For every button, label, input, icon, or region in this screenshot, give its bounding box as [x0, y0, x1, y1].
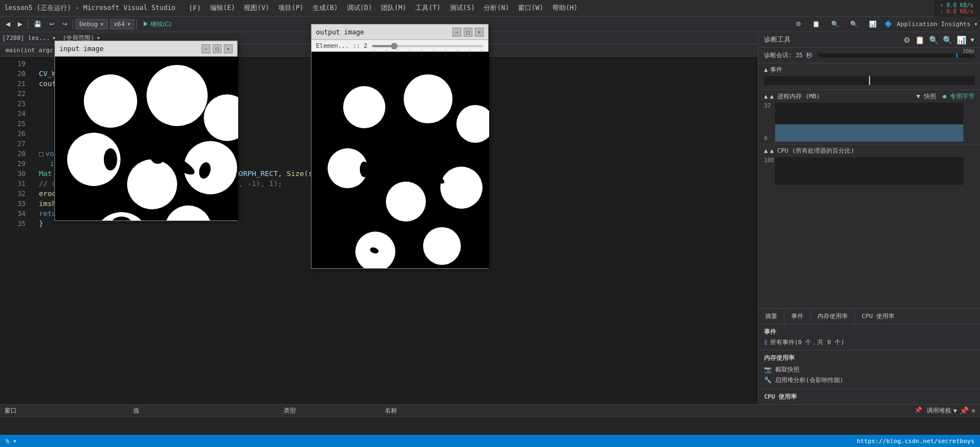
bottom-close2-btn[interactable]: ×	[971, 406, 976, 415]
input-close-btn[interactable]: ×	[224, 44, 233, 53]
diag-zoom-in-btn[interactable]: 🔍	[929, 36, 938, 44]
toolbar-chart[interactable]: 📊	[866, 19, 880, 29]
toolbar-zoom-out[interactable]: 🔍	[847, 19, 861, 29]
toolbar-icon2[interactable]: 📋	[809, 19, 823, 29]
diag-copy-btn[interactable]: 📋	[915, 36, 924, 44]
slider-ticks: | | | | | | | | | |	[372, 48, 484, 53]
forward-btn[interactable]: ▶	[14, 19, 26, 29]
diag-header-controls: ⚙ 📋 🔍 🔍 📊 ▾	[903, 36, 974, 44]
save-btn[interactable]: 💾	[31, 19, 45, 29]
cpu-chart	[775, 157, 963, 185]
input-minimize-btn[interactable]: —	[202, 44, 210, 53]
output-image-svg	[311, 52, 489, 268]
line-num-24: 24	[0, 109, 26, 119]
menu-file[interactable]: (F)	[184, 2, 205, 14]
snapshot-row: 📷 截取快照	[764, 364, 974, 375]
status-left[interactable]: % ▾	[6, 438, 17, 445]
status-right: https://blog.csdn.net/secretboys	[857, 438, 974, 445]
line-num-34: 34	[0, 209, 26, 219]
back-btn[interactable]: ◀	[2, 19, 13, 29]
menu-analyze[interactable]: 分析(N)	[479, 1, 514, 15]
input-maximize-btn[interactable]: □	[213, 44, 222, 53]
input-image-title: input image	[59, 45, 103, 53]
cpu-max-label: 100	[764, 157, 774, 163]
snapshot-btn[interactable]: ▼ 快照	[917, 92, 936, 101]
bottom-label4: 名称	[385, 406, 397, 415]
line-num-31: 31	[0, 179, 26, 189]
svg-point-1	[84, 74, 137, 128]
input-image-content	[55, 57, 238, 220]
menu-help[interactable]: 帮助(H)	[548, 1, 582, 15]
input-image-svg	[55, 57, 238, 220]
output-maximize-btn[interactable]: □	[464, 28, 473, 37]
input-image-window[interactable]: input image — □ ×	[54, 41, 238, 221]
output-image-window[interactable]: output image — □ × Elemen... :: 2 | | | …	[311, 24, 489, 269]
svg-point-16	[404, 74, 453, 123]
session-time: 35 秒	[796, 51, 813, 59]
diag-chart-btn[interactable]: 📊	[957, 36, 966, 44]
toolbar-icon1[interactable]: ⚙	[792, 19, 805, 29]
menu-build[interactable]: 生成(B)	[308, 1, 343, 15]
mem-max-label: 37	[764, 103, 771, 109]
continue-btn[interactable]: ▶ 继续(C)	[139, 19, 174, 29]
cpu-collapse-icon[interactable]: ▲	[764, 147, 768, 154]
line-num-33: 33	[0, 199, 26, 209]
toolbar-right: ⚙ 📋 🔍 🔍 📊 🔷 Application Insights ▾	[792, 19, 978, 29]
bottom-label2: 值	[133, 406, 139, 415]
diag-tab-cpu[interactable]: CPU 使用率	[855, 309, 902, 324]
thread-dropdown[interactable]: [7288] les...	[2, 34, 50, 42]
bottom-pin-btn[interactable]: 📌	[914, 406, 922, 415]
redo-btn[interactable]: ↪	[59, 19, 71, 29]
memory-section: ▲ ▲ 进程内存 (MB) ▼ 快照 ● 专用字节 37 0	[758, 89, 980, 144]
bottom-close-btn[interactable]: ▾	[953, 406, 957, 415]
events-title: 事件	[770, 66, 782, 74]
bottom-label1: 窗口	[4, 406, 17, 415]
memory-collapse-icon[interactable]: ▲	[764, 93, 768, 100]
private-bytes-btn[interactable]: ● 专用字节	[943, 92, 974, 101]
output-minimize-btn[interactable]: —	[453, 28, 461, 37]
menu-view[interactable]: 视图(V)	[239, 1, 274, 15]
debug-mode-dropdown[interactable]: Debug ▾	[76, 19, 108, 29]
output-close-btn[interactable]: ×	[475, 28, 484, 37]
undo-btn[interactable]: ↩	[46, 19, 58, 29]
bottom-pin2-btn[interactable]: 📌	[959, 406, 969, 415]
heap-icon: 🔧	[764, 376, 772, 384]
events-collapse-icon[interactable]: ▲	[764, 66, 768, 73]
menu-team[interactable]: 团队(M)	[376, 1, 411, 15]
diag-expand-btn[interactable]: ▾	[971, 36, 974, 44]
heap-btn-text[interactable]: 启用堆分析(会影响性能)	[775, 376, 843, 384]
line-num-35: 35	[0, 219, 26, 229]
snapshot-btn-text[interactable]: 截取快照	[775, 365, 800, 374]
menu-test[interactable]: 测试(S)	[445, 1, 480, 15]
bottom-panel-header: 窗口 值 类型 名称 📌 调用堆栈 ▾ 📌 ×	[0, 405, 980, 417]
cpu-title: ▲ CPU (所有处理器的百分比)	[770, 147, 855, 155]
diag-settings-btn[interactable]: ⚙	[903, 36, 911, 44]
line-num-26: 26	[0, 129, 26, 139]
svg-point-20	[440, 167, 483, 209]
diag-tab-summary[interactable]: 摘要	[758, 309, 785, 324]
time-scale: 30秒	[962, 48, 974, 56]
toolbar-zoom-in[interactable]: 🔍	[828, 19, 842, 29]
menu-edit[interactable]: 编辑(E)	[205, 1, 240, 15]
output-image-content	[311, 52, 489, 268]
platform-dropdown[interactable]: x64 ▾	[110, 19, 135, 29]
output-image-title: output image	[316, 28, 364, 36]
memory-header: ▲ ▲ 进程内存 (MB) ▼ 快照 ● 专用字节	[764, 92, 974, 101]
menu-debug[interactable]: 调试(D)	[343, 1, 377, 15]
slider-track[interactable]: | | | | | | | | | |	[372, 45, 484, 47]
menu-tools[interactable]: 工具(T)	[411, 1, 445, 15]
cpu-chart-container: 100	[764, 157, 974, 185]
line-num-23: 23	[0, 99, 26, 109]
diag-session-row: 诊断会话: 35 秒 30秒	[758, 48, 980, 63]
diag-zoom-out-btn[interactable]: 🔍	[943, 36, 952, 44]
diag-tab-memory[interactable]: 内存使用率	[811, 309, 855, 324]
app-insights-text[interactable]: Application Insights ▾	[897, 21, 978, 28]
line-num-25: 25	[0, 119, 26, 129]
diag-tab-events[interactable]: 事件	[785, 309, 811, 324]
network-speed: ↑ 0.0 KB/s ↓ 0.0 KB/s	[933, 0, 980, 17]
menu-window[interactable]: 窗口(W)	[514, 1, 548, 15]
input-image-title-bar: input image — □ ×	[55, 41, 237, 57]
svg-point-11	[104, 148, 117, 170]
heap-row: 🔧 启用堆分析(会影响性能)	[764, 375, 974, 385]
menu-project[interactable]: 项目(P)	[274, 1, 308, 15]
